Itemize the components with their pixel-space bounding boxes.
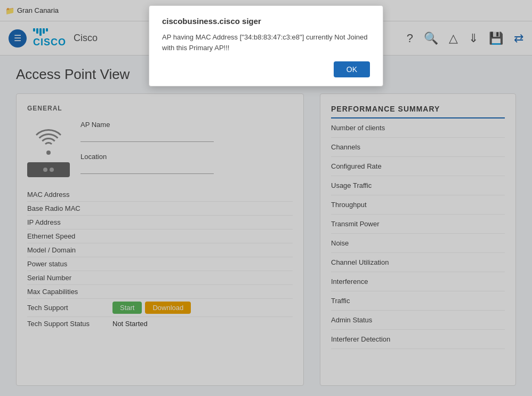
modal-dialog: ciscobusiness.cisco siger AP having MAC … (149, 5, 383, 86)
modal-title: ciscobusiness.cisco siger (162, 17, 370, 26)
modal-footer: OK (162, 61, 370, 77)
modal-overlay: ciscobusiness.cisco siger AP having MAC … (0, 0, 532, 396)
modal-ok-button[interactable]: OK (334, 61, 370, 77)
modal-message: AP having MAC Address ["34:b8:83:47:c3:e… (162, 32, 370, 53)
